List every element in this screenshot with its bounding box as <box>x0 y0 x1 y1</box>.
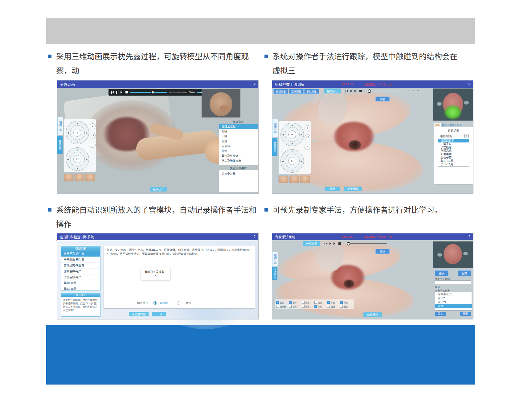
checkbox-structure[interactable]: ✓韧带 <box>289 305 301 308</box>
help-icon[interactable]: ? <box>253 82 256 86</box>
tab-view-navigation[interactable]: 视图导航 <box>57 117 63 135</box>
radio-bimanual[interactable] <box>154 301 157 305</box>
single-finger-measure-button[interactable]: 单指测量 <box>273 89 288 94</box>
checkbox-structure[interactable]: ✓膀胱 <box>340 305 353 308</box>
technique-item[interactable]: 测试 <box>435 304 472 308</box>
checkbox-structure[interactable]: ✓直肠 <box>327 305 340 308</box>
technique-item[interactable]: 手法7 <box>435 296 472 300</box>
pan-dpad[interactable]: ▲▼◀▶ + <box>280 123 304 146</box>
double-finger-measure-button[interactable]: 双指测量 <box>289 89 304 94</box>
stop-icon[interactable] <box>359 90 362 92</box>
model-list-item[interactable]: 子宫肌瘤-未生育 <box>61 257 100 263</box>
play-icon[interactable] <box>350 90 352 92</box>
diagnosis-option[interactable]: 卵巢囊肿 <box>438 153 469 156</box>
diagnosis-option[interactable]: 孕14-16周 <box>438 163 469 166</box>
rotate-dpad[interactable]: ▲▼◀▶ ↻ <box>66 147 89 171</box>
stop-icon[interactable] <box>338 242 341 245</box>
model-thumbnail-1[interactable] <box>278 175 289 183</box>
playlist-item[interactable]: 胎肩及胎体娩出 <box>219 159 258 163</box>
end-operation-button[interactable]: 结束操作 <box>150 187 167 191</box>
progress-knob[interactable] <box>347 242 350 245</box>
skip-forward-icon[interactable] <box>121 91 123 94</box>
model-list-item[interactable]: 宫颈息肉-未生育 <box>61 263 100 269</box>
diagnosis-option[interactable]: 后位子宫 <box>438 156 469 159</box>
pan-icon[interactable]: + <box>288 130 296 138</box>
tab-adnexa[interactable]: 附件 <box>457 123 462 127</box>
diagnosis-option[interactable]: 正常子宫 <box>438 142 469 146</box>
rotate-dpad[interactable]: ▲▼◀▶ ↻ <box>280 149 304 173</box>
switch-button[interactable]: 切换 <box>375 249 390 254</box>
diagnosis-option[interactable]: 孕10-12周 <box>438 159 469 163</box>
playlist-item[interactable]: 衔接 <box>219 129 258 134</box>
end-operation-button[interactable]: 结束操作 <box>344 187 362 191</box>
help-icon[interactable]: ? <box>253 235 256 239</box>
playlist-item[interactable]: 仰伸 <box>219 149 258 154</box>
playlist-item[interactable]: 下降 <box>219 134 258 139</box>
technique-name-input[interactable] <box>435 280 471 284</box>
checkbox-structure[interactable]: ✓附件 <box>314 305 327 308</box>
model-list-item[interactable]: 子宫后倾-经产 <box>61 274 100 280</box>
pan-icon[interactable]: + <box>73 129 81 137</box>
end-operation-button[interactable]: 结束操作 <box>363 312 382 317</box>
progress-slider[interactable] <box>368 91 405 91</box>
save-button[interactable]: 保存 <box>458 270 471 276</box>
progress-knob[interactable] <box>151 91 154 94</box>
model-list-item[interactable]: 孕10-12周 <box>61 280 100 286</box>
next-step-button[interactable]: 下一步 <box>152 312 166 316</box>
playlist-item[interactable]: 俯屈 <box>219 139 258 144</box>
checkbox-structure[interactable]: ✓输卵管 <box>276 305 289 308</box>
skip-back-icon[interactable] <box>346 90 348 93</box>
tab-playlist[interactable]: 播放列表 <box>272 138 277 156</box>
rerecord-button[interactable]: 重录 <box>435 270 448 276</box>
progress-slider[interactable] <box>347 243 387 244</box>
tab-uterus-body[interactable]: 宫体 <box>449 123 454 127</box>
model-list-item[interactable]: 孕14-16周 <box>61 286 100 292</box>
checkbox-structure[interactable]: ✓囊肿 <box>289 301 301 304</box>
rotate-icon[interactable]: ↻ <box>73 155 81 163</box>
progress-knob[interactable] <box>368 89 371 93</box>
zoom-in-button[interactable]: + <box>90 123 96 129</box>
zoom-in-button[interactable]: + <box>305 125 310 131</box>
model-thumbnail-2[interactable] <box>74 174 84 181</box>
start-record-button[interactable]: 开始录制 <box>303 241 320 246</box>
delete-measure-button[interactable]: 删除测量 <box>304 89 319 94</box>
stop-icon[interactable] <box>125 91 128 93</box>
help-icon[interactable]: ? <box>468 235 470 239</box>
skip-back-icon[interactable] <box>325 242 327 245</box>
skip-back-icon[interactable] <box>111 91 114 94</box>
switch-button[interactable]: 切换 <box>375 97 390 101</box>
skip-forward-icon[interactable] <box>334 242 336 245</box>
diagnosis-option[interactable]: 宫颈息肉 <box>438 149 469 153</box>
add-button[interactable]: 添加 <box>435 312 446 316</box>
diagnosis-dropdown[interactable]: 请选择诊断▼ <box>438 134 469 138</box>
pause-icon[interactable] <box>116 91 118 94</box>
play-icon[interactable] <box>330 242 331 245</box>
zoom-out-button[interactable]: − <box>90 142 96 148</box>
checkbox-structure[interactable]: ✓卵巢 <box>340 301 353 304</box>
diagnosis-option[interactable]: 请选择诊断 <box>438 139 469 142</box>
help-icon[interactable]: ? <box>468 82 470 86</box>
model-list-item[interactable]: 正常子宫-未生育 <box>61 251 100 257</box>
checkbox-structure[interactable]: ✓息肉 <box>314 301 327 304</box>
model-thumbnail-3[interactable] <box>300 175 310 183</box>
checkbox-structure[interactable]: ✓宫颈 <box>276 301 289 304</box>
tab-view-navigation[interactable]: 视图导航 <box>272 119 278 137</box>
radio-trimanual[interactable] <box>177 301 180 305</box>
tab-playlist[interactable]: 播放列表 <box>57 136 63 154</box>
model-thumbnail-1[interactable] <box>63 174 74 181</box>
model-thumbnail-2[interactable] <box>289 175 299 183</box>
checkbox-structure[interactable]: ✓肌瘤 <box>302 301 314 304</box>
diagnosis-option[interactable]: 子宫肌瘤 <box>438 146 469 149</box>
zoom-out-button[interactable]: − <box>305 144 310 150</box>
technique-item[interactable]: 专家手法七 <box>435 292 472 296</box>
skip-forward-icon[interactable] <box>354 90 357 93</box>
checkbox-structure[interactable]: ✓子宫 <box>327 301 340 304</box>
progress-slider[interactable] <box>130 92 167 93</box>
tab-cervix[interactable]: 宫颈 <box>442 123 447 127</box>
back-to-main-button[interactable]: 返回主界面 <box>129 312 149 316</box>
tab-technique-list[interactable]: 手法列表 <box>272 267 277 280</box>
rotate-icon[interactable]: ↻ <box>288 157 296 165</box>
tab-view-navigation[interactable]: 视图导航 <box>272 252 278 266</box>
reset-view-button[interactable]: ↺ <box>305 134 310 140</box>
model-thumbnail-3[interactable] <box>85 174 95 181</box>
